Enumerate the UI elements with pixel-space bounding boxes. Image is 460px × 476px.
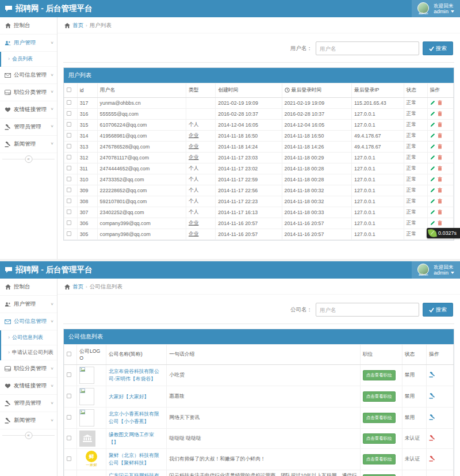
- user-menu[interactable]: admin 欢迎回来 admin: [412, 261, 460, 279]
- sidebar-subitem[interactable]: 公司信息列表: [1, 330, 57, 345]
- row-checkbox[interactable]: [67, 188, 71, 192]
- view-positions-button[interactable]: 点击查看职位: [363, 433, 396, 444]
- type-value[interactable]: 企业: [189, 154, 199, 160]
- row-checkbox[interactable]: [67, 155, 71, 159]
- sidebar-item-0[interactable]: 控制台: [0, 17, 57, 35]
- delete-trash-icon[interactable]: [438, 210, 442, 216]
- sidebar-item-4[interactable]: 友情链接管理˅: [0, 378, 57, 395]
- edit-pencil-icon[interactable]: [430, 155, 435, 161]
- row-checkbox[interactable]: [67, 456, 71, 461]
- sidebar-item-1[interactable]: 用户管理˅: [0, 296, 57, 313]
- last-login-time-cell: 2014-12-04 16:05: [282, 120, 351, 131]
- search-input[interactable]: [316, 303, 419, 317]
- row-checkbox[interactable]: [67, 220, 71, 225]
- row-checkbox[interactable]: [67, 122, 71, 127]
- select-all-checkbox[interactable]: [67, 87, 71, 92]
- sidebar-subitem[interactable]: 申请认证公司列表: [1, 345, 57, 360]
- search-button[interactable]: 搜索: [423, 303, 453, 317]
- row-checkbox[interactable]: [67, 133, 71, 138]
- edit-pencil-icon[interactable]: [430, 111, 435, 117]
- delete-trash-icon[interactable]: [438, 133, 442, 139]
- edit-pencil-icon[interactable]: [430, 166, 435, 172]
- brand[interactable]: 招聘网 - 后台管理平台: [0, 3, 93, 14]
- row-checkbox[interactable]: [67, 210, 71, 214]
- status-cell: 正常: [404, 229, 427, 240]
- company-name-link[interactable]: 北京小小香蕉科技有限公司【小小香蕉】: [109, 411, 159, 424]
- edit-pencil-icon[interactable]: [430, 220, 435, 227]
- view-positions-button[interactable]: 点击查看职位: [363, 391, 396, 402]
- select-all-checkbox[interactable]: [67, 352, 71, 356]
- row-checkbox[interactable]: [67, 199, 71, 203]
- edit-pencil-icon[interactable]: [430, 177, 435, 183]
- gavel-icon[interactable]: [429, 373, 435, 379]
- breadcrumb-home-link[interactable]: 首页: [72, 283, 83, 291]
- delete-trash-icon[interactable]: [438, 122, 442, 128]
- sidebar-item-6[interactable]: 新闻管理˅: [0, 412, 57, 429]
- id-cell: 315: [77, 120, 97, 131]
- heart-icon: [5, 383, 11, 389]
- edit-pencil-icon[interactable]: [430, 188, 435, 194]
- edit-pencil-icon[interactable]: [430, 100, 435, 106]
- type-value[interactable]: 企业: [189, 143, 199, 149]
- delete-trash-icon[interactable]: [438, 220, 442, 227]
- edit-pencil-icon[interactable]: [430, 122, 435, 128]
- gavel-icon[interactable]: [429, 457, 435, 463]
- delete-trash-icon[interactable]: [438, 166, 442, 172]
- sidebar-item-3[interactable]: 职位分类管理˅: [0, 360, 57, 378]
- row-checkbox[interactable]: [67, 372, 71, 377]
- company-name-link[interactable]: 北京布袋谷科技有限公司-宋明伟【布袋谷】: [109, 368, 159, 382]
- table-row: 鲜一米鲜聚鲜（北京）科技有限公司【聚鲜科技】我们有帅爆了的大叔！和嫩爆了的小鲜肉…: [64, 449, 454, 470]
- row-checkbox[interactable]: [67, 177, 71, 181]
- row-checkbox[interactable]: [67, 111, 71, 116]
- gavel-icon[interactable]: [429, 416, 435, 421]
- type-value[interactable]: 企业: [189, 220, 199, 226]
- brand[interactable]: 招聘网 - 后台管理平台: [0, 265, 93, 275]
- company-name-link[interactable]: 聚鲜（北京）科技有限公司【聚鲜科技】: [109, 452, 159, 466]
- company-name-link[interactable]: 大家好【大家好】: [109, 394, 149, 399]
- gavel-icon[interactable]: [429, 436, 435, 442]
- edit-pencil-icon[interactable]: [430, 133, 435, 139]
- view-positions-button[interactable]: 点击查看职位: [363, 413, 396, 423]
- sidebar-collapse-button[interactable]: «: [25, 432, 32, 439]
- delete-trash-icon[interactable]: [438, 111, 442, 117]
- delete-trash-icon[interactable]: [438, 199, 442, 205]
- edit-pencil-icon[interactable]: [430, 199, 435, 205]
- gavel-icon[interactable]: [429, 394, 435, 400]
- user-menu[interactable]: admin 欢迎回来 admin: [412, 0, 460, 17]
- delete-trash-icon[interactable]: [438, 177, 442, 183]
- delete-trash-icon[interactable]: [438, 188, 442, 194]
- view-positions-button[interactable]: 点击查看职位: [363, 454, 396, 464]
- delete-trash-icon[interactable]: [438, 144, 442, 150]
- type-value[interactable]: 企业: [189, 132, 199, 138]
- edit-pencil-icon[interactable]: [430, 144, 435, 150]
- sidebar-item-6[interactable]: 新闻管理˅: [0, 136, 57, 153]
- sidebar-item-1[interactable]: 用户管理˅: [0, 35, 57, 52]
- sidebar-item-0[interactable]: 控制台: [0, 279, 57, 296]
- sidebar-item-2[interactable]: 公司信息管理˅: [0, 313, 57, 330]
- delete-trash-icon[interactable]: [438, 155, 442, 161]
- view-positions-button[interactable]: 点击查看职位: [363, 370, 396, 380]
- page-load-time-badge[interactable]: 0.0327s: [427, 228, 460, 238]
- sidebar-item-2[interactable]: 公司信息管理˅: [0, 67, 57, 84]
- sidebar-item-4[interactable]: 友情链接管理˅: [0, 101, 57, 119]
- company-name-link[interactable]: 广东闪云互联网科技有限公司【闪云科技】: [109, 473, 159, 476]
- row-checkbox[interactable]: [67, 436, 71, 440]
- sidebar-item-5[interactable]: 管理员管理˅: [0, 119, 57, 136]
- search-input[interactable]: [316, 41, 419, 55]
- sidebar-item-3[interactable]: 职位分类管理˅: [0, 84, 57, 101]
- delete-trash-icon[interactable]: [438, 100, 442, 106]
- row-checkbox[interactable]: [67, 166, 71, 170]
- search-button[interactable]: 搜索: [423, 41, 453, 55]
- row-checkbox[interactable]: [67, 100, 71, 105]
- edit-pencil-icon[interactable]: [430, 210, 435, 216]
- row-checkbox[interactable]: [67, 394, 71, 398]
- breadcrumb-home-link[interactable]: 首页: [72, 22, 83, 29]
- company-name-link[interactable]: 缘教图文网络工作室【】: [109, 432, 154, 445]
- row-checkbox[interactable]: [67, 231, 71, 236]
- row-checkbox[interactable]: [67, 415, 71, 420]
- sidebar-collapse-button[interactable]: «: [25, 155, 32, 163]
- row-checkbox[interactable]: [67, 144, 71, 148]
- sidebar-item-5[interactable]: 管理员管理˅: [0, 395, 57, 412]
- sidebar-subitem[interactable]: 会员列表: [1, 52, 57, 67]
- type-value[interactable]: 企业: [189, 231, 199, 237]
